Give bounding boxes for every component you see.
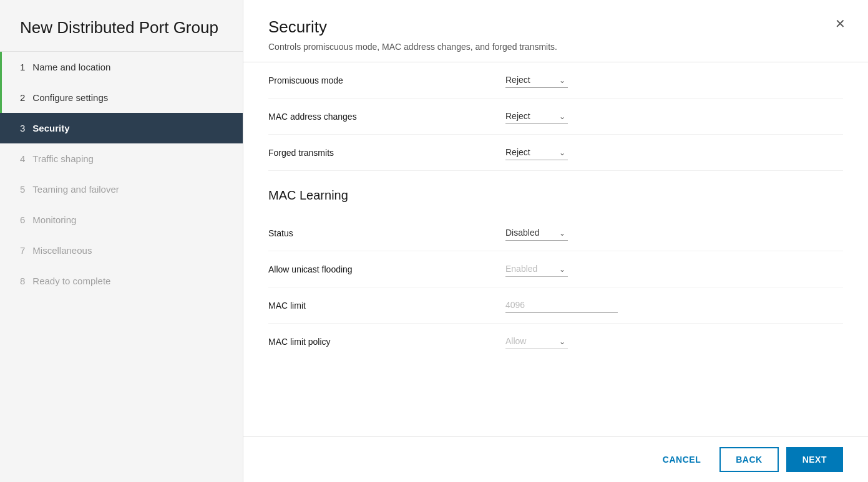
step-label-4: Traffic shaping xyxy=(32,153,94,164)
promiscuous-mode-select[interactable]: Reject Accept xyxy=(505,72,568,88)
allow-unicast-flooding-select-wrapper: Enabled Disabled ⌄ xyxy=(505,261,568,277)
sidebar-item-configure-settings[interactable]: 2 Configure settings xyxy=(0,82,243,113)
step-num-5: 5 xyxy=(20,184,25,195)
main-title: Security xyxy=(268,17,843,37)
step-label-3: Security xyxy=(32,123,69,133)
new-distributed-port-group-dialog: New Distributed Port Group 1 Name and lo… xyxy=(0,0,868,482)
sidebar-items: 1 Name and location 2 Configure settings… xyxy=(0,52,243,296)
status-select[interactable]: Disabled Enabled xyxy=(505,225,568,241)
close-button[interactable]: ✕ xyxy=(832,15,848,32)
back-button[interactable]: BACK xyxy=(719,447,778,472)
cancel-button[interactable]: CANCEL xyxy=(651,448,712,471)
forged-transmits-row: Forged transmits Reject Accept ⌄ xyxy=(268,135,843,171)
mac-address-changes-select-wrapper: Reject Accept ⌄ xyxy=(505,108,568,124)
main-subtitle: Controls promiscuous mode, MAC address c… xyxy=(268,42,843,52)
step-num-8: 8 xyxy=(20,276,25,286)
step-num-4: 4 xyxy=(20,153,25,164)
completed-indicator xyxy=(0,52,2,82)
mac-limit-row: MAC limit xyxy=(268,287,843,324)
sidebar-item-ready-to-complete[interactable]: 8 Ready to complete xyxy=(0,266,243,296)
forged-transmits-label: Forged transmits xyxy=(268,148,505,158)
forged-transmits-select[interactable]: Reject Accept xyxy=(505,145,568,160)
step-num-7: 7 xyxy=(20,245,25,256)
forged-transmits-select-wrapper: Reject Accept ⌄ xyxy=(505,145,568,160)
step-label-5: Teaming and failover xyxy=(32,184,119,195)
sidebar-item-monitoring[interactable]: 6 Monitoring xyxy=(0,205,243,235)
sidebar-item-teaming-failover[interactable]: 5 Teaming and failover xyxy=(0,174,243,205)
step-label-2: Configure settings xyxy=(32,92,108,103)
step-num-3: 3 xyxy=(20,123,25,133)
sidebar-item-traffic-shaping[interactable]: 4 Traffic shaping xyxy=(0,143,243,174)
mac-limit-policy-row: MAC limit policy Allow Drop ⌄ xyxy=(268,324,843,359)
allow-unicast-flooding-label: Allow unicast flooding xyxy=(268,264,505,274)
dialog-footer: CANCEL BACK NEXT xyxy=(243,436,868,482)
status-control: Disabled Enabled ⌄ xyxy=(505,225,630,241)
main-header: Security Controls promiscuous mode, MAC … xyxy=(243,0,868,62)
step-label-1: Name and location xyxy=(32,62,110,72)
allow-unicast-flooding-row: Allow unicast flooding Enabled Disabled … xyxy=(268,251,843,287)
mac-address-changes-control: Reject Accept ⌄ xyxy=(505,108,630,124)
mac-address-changes-label: MAC address changes xyxy=(268,112,505,122)
sidebar: New Distributed Port Group 1 Name and lo… xyxy=(0,0,243,482)
mac-limit-control xyxy=(505,297,630,313)
mac-address-changes-row: MAC address changes Reject Accept ⌄ xyxy=(268,99,843,135)
allow-unicast-flooding-select[interactable]: Enabled Disabled xyxy=(505,261,568,277)
step-label-7: Miscellaneous xyxy=(32,245,92,256)
step-num-1: 1 xyxy=(20,62,25,72)
sidebar-item-name-location[interactable]: 1 Name and location xyxy=(0,52,243,82)
promiscuous-mode-select-wrapper: Reject Accept ⌄ xyxy=(505,72,568,88)
promiscuous-mode-control: Reject Accept ⌄ xyxy=(505,72,630,88)
main-content: Security Controls promiscuous mode, MAC … xyxy=(243,0,868,482)
next-button[interactable]: NEXT xyxy=(786,447,843,472)
step-num-6: 6 xyxy=(20,214,25,225)
completed-indicator-2 xyxy=(0,82,2,113)
step-label-6: Monitoring xyxy=(32,214,76,225)
mac-address-changes-select[interactable]: Reject Accept xyxy=(505,108,568,124)
mac-limit-input[interactable] xyxy=(505,297,618,313)
allow-unicast-flooding-control: Enabled Disabled ⌄ xyxy=(505,261,630,277)
promiscuous-mode-label: Promiscuous mode xyxy=(268,75,505,85)
main-body: Promiscuous mode Reject Accept ⌄ MAC add… xyxy=(243,62,868,436)
mac-limit-label: MAC limit xyxy=(268,301,505,311)
mac-learning-title: MAC Learning xyxy=(268,188,843,203)
mac-limit-policy-control: Allow Drop ⌄ xyxy=(505,334,630,349)
status-select-wrapper: Disabled Enabled ⌄ xyxy=(505,225,568,241)
status-label: Status xyxy=(268,228,505,238)
mac-learning-section: MAC Learning Status Disabled Enabled ⌄ xyxy=(268,188,843,359)
sidebar-title: New Distributed Port Group xyxy=(0,0,243,52)
step-label-8: Ready to complete xyxy=(32,276,110,286)
status-row: Status Disabled Enabled ⌄ xyxy=(268,215,843,251)
sidebar-item-miscellaneous[interactable]: 7 Miscellaneous xyxy=(0,235,243,266)
step-num-2: 2 xyxy=(20,92,25,103)
mac-limit-policy-select-wrapper: Allow Drop ⌄ xyxy=(505,334,568,349)
promiscuous-mode-row: Promiscuous mode Reject Accept ⌄ xyxy=(268,62,843,99)
sidebar-item-security[interactable]: 3 Security xyxy=(0,113,243,143)
mac-limit-policy-select[interactable]: Allow Drop xyxy=(505,334,568,349)
mac-limit-policy-label: MAC limit policy xyxy=(268,337,505,347)
forged-transmits-control: Reject Accept ⌄ xyxy=(505,145,630,160)
